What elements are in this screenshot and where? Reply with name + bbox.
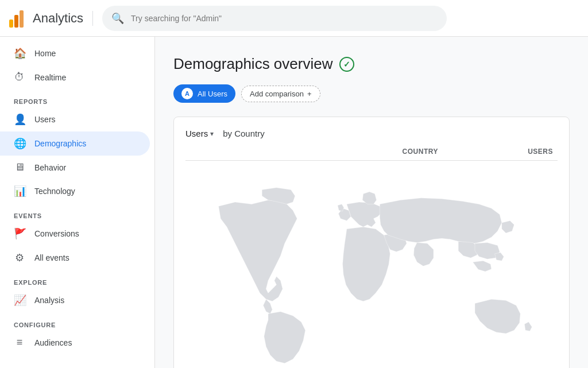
world-map (185, 177, 558, 368)
events-icon: ⚙ (14, 251, 25, 264)
sidebar-item-label: Conversions (34, 229, 79, 238)
dropdown-arrow-icon: ▾ (210, 130, 214, 138)
flag-icon: 🚩 (14, 227, 25, 240)
sidebar-item-label: Analysis (34, 296, 64, 305)
column-country: COUNTRY (190, 148, 507, 156)
metric-label: by Country (223, 129, 265, 138)
sidebar-item-label: Audiences (34, 338, 72, 347)
home-icon: 🏠 (14, 47, 25, 60)
sidebar-item-realtime[interactable]: ⏱ Realtime (0, 65, 150, 89)
main-layout: 🏠 Home ⏱ Realtime REPORTS 👤 Users 🌐 Demo… (0, 37, 588, 368)
sidebar-item-analysis[interactable]: 📈 Analysis (0, 288, 150, 312)
sidebar-item-label: Behavior (34, 163, 66, 172)
verified-icon: ✓ (339, 57, 354, 72)
add-icon: + (307, 90, 312, 98)
chip-avatar: A (181, 88, 193, 99)
map-container (185, 165, 558, 368)
search-icon: 🔍 (111, 12, 124, 25)
column-users: USERS (507, 148, 553, 156)
logo-bar-3 (20, 10, 24, 28)
sidebar-item-all-events[interactable]: ⚙ All events (0, 246, 150, 270)
logo-bar-2 (14, 15, 18, 28)
events-section-label: EVENTS (0, 203, 154, 222)
demographics-card: Users ▾ by Country COUNTRY USERS (173, 117, 570, 368)
logo-bar-1 (9, 20, 13, 28)
card-header: Users ▾ by Country (185, 129, 558, 138)
sidebar: 🏠 Home ⏱ Realtime REPORTS 👤 Users 🌐 Demo… (0, 37, 155, 368)
page-title: Demographics overview (173, 55, 332, 73)
app-logo (9, 9, 24, 28)
audiences-icon: ≡ (14, 336, 25, 348)
explore-section-label: EXPLORE (0, 270, 154, 288)
configure-section-label: CONFIGURE (0, 312, 154, 331)
sidebar-item-home[interactable]: 🏠 Home (0, 41, 150, 65)
search-input[interactable] (131, 14, 438, 23)
sidebar-item-label: Demographics (34, 139, 86, 148)
sidebar-item-label: Realtime (34, 73, 66, 82)
sidebar-item-label: Home (34, 49, 56, 58)
monitor-icon: 🖥 (14, 161, 25, 173)
search-bar[interactable]: 🔍 (102, 6, 447, 31)
sidebar-item-label: Users (34, 115, 56, 124)
globe-icon: 🌐 (14, 137, 25, 150)
topbar: Analytics 🔍 (0, 0, 588, 37)
metric-selector[interactable]: Users ▾ (185, 129, 214, 138)
sidebar-item-label: Technology (34, 187, 75, 196)
analysis-icon: 📈 (14, 294, 25, 307)
app-title: Analytics (33, 11, 93, 26)
page-header: Demographics overview ✓ (173, 55, 570, 73)
all-users-chip[interactable]: A All Users (173, 84, 235, 103)
metric-name: Users (185, 129, 208, 138)
sidebar-item-conversions[interactable]: 🚩 Conversions (0, 222, 150, 246)
sidebar-item-demographics[interactable]: 🌐 Demographics (0, 131, 150, 156)
table-header: COUNTRY USERS (185, 148, 558, 161)
sidebar-item-audiences[interactable]: ≡ Audiences (0, 331, 150, 354)
add-comparison-chip[interactable]: Add comparison + (241, 86, 320, 102)
all-users-label: All Users (198, 90, 227, 98)
sidebar-item-behavior[interactable]: 🖥 Behavior (0, 156, 150, 179)
sidebar-item-users[interactable]: 👤 Users (0, 107, 150, 131)
sidebar-item-technology[interactable]: 📊 Technology (0, 179, 150, 203)
user-icon: 👤 (14, 113, 25, 126)
comparison-bar: A All Users Add comparison + (173, 84, 570, 103)
main-content: Demographics overview ✓ A All Users Add … (155, 37, 588, 368)
reports-section-label: REPORTS (0, 89, 154, 107)
tech-icon: 📊 (14, 185, 25, 197)
sidebar-item-label: All events (34, 253, 69, 262)
clock-icon: ⏱ (14, 71, 25, 83)
add-comparison-label: Add comparison (250, 90, 304, 98)
